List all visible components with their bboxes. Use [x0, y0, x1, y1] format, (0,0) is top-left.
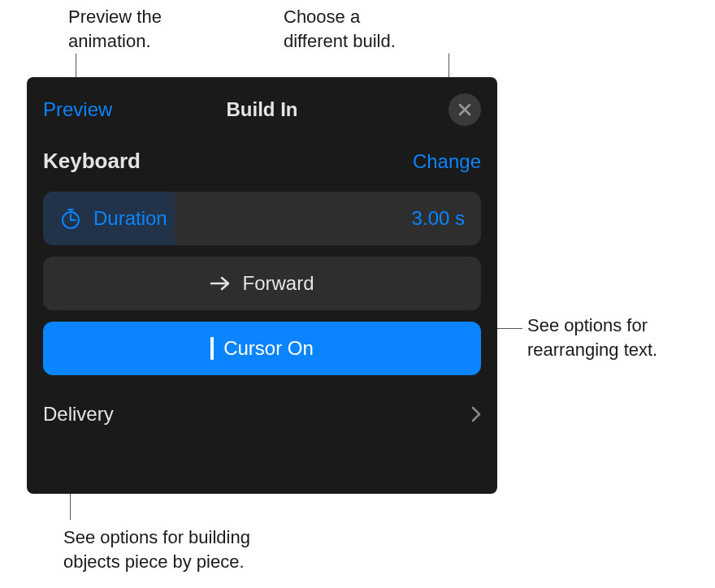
panel-header: Preview Build In	[27, 93, 497, 126]
duration-value: 3.00 s	[412, 207, 465, 230]
cursor-toggle-button[interactable]: Cursor On	[43, 322, 481, 375]
callout-line	[496, 328, 522, 329]
delivery-row[interactable]: Delivery	[27, 388, 497, 426]
close-icon	[458, 103, 471, 116]
effect-name-label: Keyboard	[43, 149, 141, 174]
cursor-icon	[210, 337, 214, 360]
delivery-label: Delivery	[43, 403, 114, 426]
panel-title: Build In	[227, 98, 298, 121]
callout-delivery: See options for buildingobjects piece by…	[63, 525, 250, 573]
arrow-right-icon	[210, 275, 231, 292]
direction-button[interactable]: Forward	[43, 257, 481, 310]
change-button[interactable]: Change	[413, 150, 481, 173]
close-button[interactable]	[448, 93, 481, 126]
callout-forward: See options forrearranging text.	[527, 313, 657, 361]
direction-label: Forward	[242, 272, 314, 295]
stopwatch-icon	[59, 207, 82, 230]
chevron-right-icon	[471, 406, 481, 422]
duration-label: Duration	[93, 207, 167, 230]
effect-section-row: Keyboard Change	[27, 149, 497, 174]
callout-change: Choose adifferent build.	[284, 5, 396, 53]
build-in-panel: Preview Build In Keyboard Change Duratio…	[27, 77, 497, 494]
preview-button[interactable]: Preview	[43, 98, 112, 121]
cursor-label: Cursor On	[223, 337, 314, 360]
callout-preview: Preview theanimation.	[68, 5, 162, 53]
duration-slider[interactable]: Duration 3.00 s	[43, 192, 481, 245]
